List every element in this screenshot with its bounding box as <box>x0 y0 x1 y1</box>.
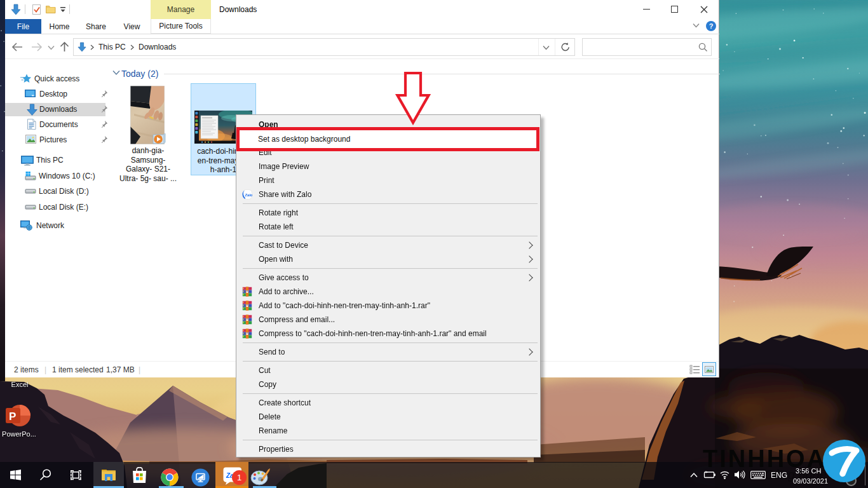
svg-text:P: P <box>9 410 16 423</box>
svg-text:Zalo: Zalo <box>244 193 252 197</box>
